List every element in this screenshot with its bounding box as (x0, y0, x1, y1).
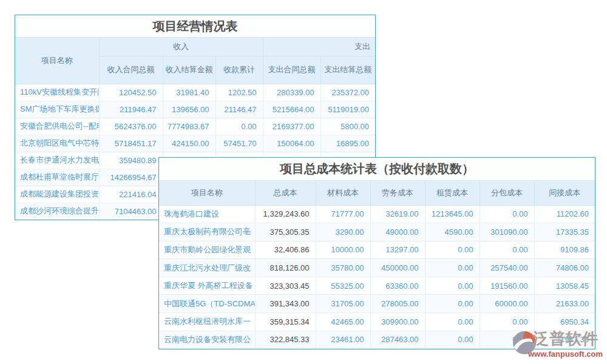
watermark-url-text: www.fanpusoft.com (528, 349, 603, 359)
value-cell: 0.00 (425, 277, 480, 295)
project-total-cost-table: 项目名称 总成本 材料成本 劳务成本 租赁成本 分包成本 间接成本 珠海鹤港口建… (159, 181, 595, 349)
table-row: 重庆太极制药有限公司亳375,305.353290.0049000.004590… (159, 223, 595, 241)
value-cell: 5215664.00 (263, 101, 320, 118)
table2-body: 珠海鹤港口建设1,329,243.6071777.0032619.0012136… (159, 205, 595, 349)
col-group-income: 收入 (99, 38, 263, 56)
value-cell: 3290.00 (316, 223, 370, 241)
value-cell: 32,406.86 (255, 241, 316, 259)
col-header-labor-cost: 劳务成本 (370, 181, 425, 205)
value-cell: 818,126.00 (255, 259, 316, 277)
value-cell: 375,305.35 (255, 223, 316, 241)
value-cell: 120452.50 (99, 84, 163, 101)
value-cell: 0.00 (425, 313, 480, 331)
value-cell: 191560.00 (480, 277, 534, 295)
table-row: 云南电力设备安装有限公322,845.3323461.00287463.000.… (159, 331, 595, 349)
value-cell: 10000.00 (316, 241, 370, 259)
table-row: 云南水利枢纽潜明水库一359,315.3442465.00309900.000.… (159, 313, 595, 331)
value-cell: 11921.33 (534, 331, 595, 349)
value-cell: 211946.47 (99, 101, 163, 118)
project-name-cell[interactable]: 重庆市鹅岭公园绿化景观 (159, 241, 255, 259)
project-name-cell[interactable]: 珠海鹤港口建设 (159, 205, 255, 223)
project-name-cell[interactable]: SM广场地下车库更换提 (15, 101, 99, 118)
value-cell: 16895.00 (320, 135, 375, 152)
value-cell: 1202.50 (215, 84, 263, 101)
col-header-expense-contract-total: 支出合同总额 (263, 56, 320, 84)
project-name-cell[interactable]: 中国联通5G（TD-SCDMA (159, 295, 255, 313)
col-header-project-name: 项目名称 (15, 38, 99, 84)
value-cell: 35780.00 (316, 259, 370, 277)
value-cell: 0.00 (480, 331, 534, 349)
value-cell: 322,845.33 (255, 331, 316, 349)
value-cell: 11202.60 (534, 205, 595, 223)
value-cell: 139656.00 (163, 101, 215, 118)
value-cell: 235372.00 (320, 84, 375, 101)
project-name-cell[interactable]: 成都杜甫草堂临时展厅 (15, 169, 99, 186)
value-cell: 450000.00 (370, 259, 425, 277)
project-name-cell[interactable]: 成都能源建设集团投资 (15, 186, 99, 203)
table-row: 110kV安徽线程集变开闭120452.5031981.401202.50280… (15, 84, 375, 101)
project-name-cell[interactable]: 重庆太极制药有限公司亳 (159, 223, 255, 241)
col-header-project-name: 项目名称 (159, 181, 255, 205)
value-cell: 1213645.00 (425, 205, 480, 223)
project-name-cell[interactable]: 北京朝阳区电气中芯特 (15, 135, 99, 152)
value-cell: 5800.00 (320, 118, 375, 135)
project-total-cost-report-card: 项目总成本统计表（按收付款取数） 项目名称 总成本 材料成本 劳务成本 租赁成本… (158, 157, 595, 349)
value-cell: 221416.04 (99, 186, 163, 203)
value-cell: 280339.00 (263, 84, 320, 101)
table-row: 北京朝阳区电气中芯特5718451.17424150.0057451.70150… (15, 135, 375, 152)
value-cell: 31705.00 (316, 295, 370, 313)
value-cell: 1,329,243.60 (255, 205, 316, 223)
value-cell: 71777.00 (316, 205, 370, 223)
project-name-cell[interactable]: 云南电力设备安装有限公 (159, 331, 255, 349)
value-cell: 14266954.67 (99, 169, 163, 186)
value-cell: 31981.40 (163, 84, 215, 101)
table-row: SM广场地下车库更换提211946.47139656.0021146.47521… (15, 101, 375, 118)
table1-group-header-row: 项目名称 收入 支出 (15, 38, 375, 56)
col-header-rental-cost: 租赁成本 (425, 181, 480, 205)
table-row: 重庆江北污水处理厂级改818,126.0035780.00450000.000.… (159, 259, 595, 277)
value-cell: 309900.00 (370, 313, 425, 331)
col-header-total-cost: 总成本 (255, 181, 316, 205)
value-cell: 2169377.00 (263, 118, 320, 135)
col-header-receipts-cumulative: 收款累计 (215, 56, 263, 84)
col-header-subcontract-cost: 分包成本 (480, 181, 534, 205)
value-cell: 17335.35 (534, 223, 595, 241)
project-name-cell[interactable]: 云南水利枢纽潜明水库一 (159, 313, 255, 331)
value-cell: 74806.00 (534, 259, 595, 277)
col-header-indirect-cost: 间接成本 (534, 181, 595, 205)
table-row: 珠海鹤港口建设1,329,243.6071777.0032619.0012136… (159, 205, 595, 223)
table-row: 中国联通5G（TD-SCDMA391,343.0031705.00278005.… (159, 295, 595, 313)
value-cell: 0.00 (480, 313, 534, 331)
table1-title: 项目经营情况表 (15, 15, 375, 38)
value-cell: 4590.00 (425, 223, 480, 241)
table-row: 安徽合肥供电公司--配电5624376.007774983.670.002169… (15, 118, 375, 135)
value-cell: 32619.00 (370, 205, 425, 223)
project-name-cell[interactable]: 110kV安徽线程集变开闭 (15, 84, 99, 101)
value-cell: 0.00 (480, 241, 534, 259)
value-cell: 359,315.34 (255, 313, 316, 331)
col-header-expense-settlement-total: 支出结算总额 (320, 56, 375, 84)
value-cell: 57451.70 (215, 135, 263, 152)
value-cell: 0.00 (425, 259, 480, 277)
value-cell: 60000.00 (480, 295, 534, 313)
project-name-cell[interactable]: 重庆华夏 外高桥工程设备 (159, 277, 255, 295)
project-name-cell[interactable]: 安徽合肥供电公司--配电 (15, 118, 99, 135)
value-cell: 391,343.00 (255, 295, 316, 313)
value-cell: 424150.00 (163, 135, 215, 152)
value-cell: 0.00 (425, 295, 480, 313)
value-cell: 0.00 (425, 331, 480, 349)
value-cell: 9109.86 (534, 241, 595, 259)
value-cell: 13058.45 (534, 277, 595, 295)
project-name-cell[interactable]: 重庆江北污水处理厂级改 (159, 259, 255, 277)
project-name-cell[interactable]: 长春市伊通河水力发电 (15, 152, 99, 169)
table-row: 重庆市鹅岭公园绿化景观32,406.8610000.0013297.000.00… (159, 241, 595, 259)
value-cell: 278005.00 (370, 295, 425, 313)
value-cell: 0.00 (480, 205, 534, 223)
value-cell: 5119019.00 (320, 101, 375, 118)
value-cell: 23461.00 (316, 331, 370, 349)
project-name-cell[interactable]: 成都沙河环境综合提升 (15, 203, 99, 220)
value-cell: 7774983.67 (163, 118, 215, 135)
value-cell: 55325.00 (316, 277, 370, 295)
value-cell: 0.00 (425, 241, 480, 259)
col-group-expense: 支出 (263, 38, 375, 56)
